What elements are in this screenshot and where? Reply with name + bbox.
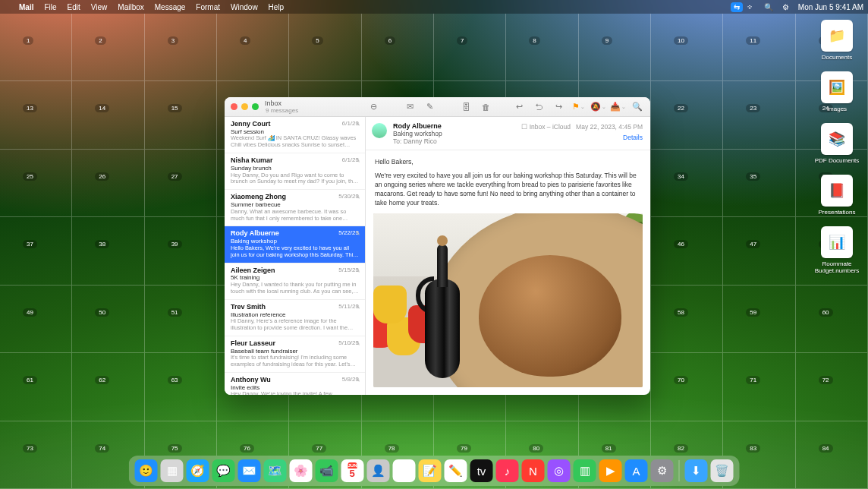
delete-icon[interactable]: 🗑︎ bbox=[479, 100, 492, 114]
row-preview: Danny, What an awesome barbecue. It was … bbox=[231, 209, 359, 222]
dock-photos[interactable]: 🌸 bbox=[290, 459, 313, 482]
message-list[interactable]: ✎6/1/23Jenny CourtSurf sessionWeekend Su… bbox=[225, 117, 366, 395]
draft-indicator-icon: ✎ bbox=[355, 121, 360, 128]
message-row[interactable]: ✎5/8/23Anthony WuInvite editsHey Danny, … bbox=[225, 373, 365, 395]
dock-mail[interactable]: ✉️ bbox=[238, 459, 261, 482]
menubar-clock[interactable]: Mon Jun 5 9:41 AM bbox=[794, 3, 868, 11]
message-row[interactable]: ✎5/15/23Aileen Zeigen5K trainingHey Dann… bbox=[225, 263, 365, 300]
row-from: Aileen Zeigen bbox=[231, 267, 275, 274]
dock-calendar[interactable]: JUN5 bbox=[341, 459, 364, 482]
message-header: Rody Albuerne Baking workshop To: Danny … bbox=[366, 117, 650, 150]
mail-message-count: 9 messages bbox=[266, 107, 298, 114]
message-row[interactable]: ✎6/1/23Jenny CourtSurf sessionWeekend Su… bbox=[225, 117, 365, 153]
row-from: Nisha Kumar bbox=[231, 156, 273, 164]
search-icon[interactable]: 🔍 bbox=[631, 100, 644, 114]
dock-maps[interactable]: 🗺️ bbox=[264, 459, 287, 482]
menu-file[interactable]: File bbox=[39, 3, 61, 11]
dock-news[interactable]: N bbox=[522, 459, 545, 482]
dock-launchpad[interactable]: ▦ bbox=[161, 459, 184, 482]
message-row[interactable]: ✎5/10/23Fleur LasseurBaseball team fundr… bbox=[225, 336, 365, 373]
filter-icon[interactable]: ⊖ bbox=[366, 100, 380, 114]
dock-freeform[interactable]: ✏️ bbox=[445, 459, 467, 482]
spotlight-icon[interactable]: 🔍 bbox=[760, 3, 778, 11]
forward-icon[interactable]: ↪︎ bbox=[552, 100, 565, 114]
menu-view[interactable]: View bbox=[86, 3, 113, 11]
dock-tv[interactable]: tv bbox=[470, 459, 493, 482]
message-paragraph: We're very excited to have you all join … bbox=[375, 172, 641, 208]
draft-indicator-icon: ✎ bbox=[355, 194, 360, 201]
message-greeting: Hello Bakers, bbox=[375, 158, 641, 167]
row-preview: It's time to start fundraising! I'm incl… bbox=[231, 355, 359, 368]
menu-format[interactable]: Format bbox=[190, 3, 225, 11]
file-label: Images bbox=[827, 106, 847, 112]
message-date: May 22, 2023, 4:45 PM bbox=[576, 123, 643, 131]
window-minimize[interactable] bbox=[241, 103, 248, 110]
menu-mailbox[interactable]: Mailbox bbox=[112, 3, 149, 11]
dock-safari[interactable]: 🧭 bbox=[187, 459, 209, 482]
window-close[interactable] bbox=[231, 103, 237, 110]
desktop-item-documents[interactable]: 📁Documents bbox=[810, 20, 863, 61]
move-icon[interactable]: 📥⌄ bbox=[611, 100, 624, 114]
desktop-item-roommate-budget-numbers[interactable]: 📊Roommate Budget.numbers bbox=[810, 226, 863, 274]
draft-indicator-icon: ✎ bbox=[355, 267, 360, 275]
mute-icon[interactable]: 🔕⌄ bbox=[591, 100, 605, 114]
row-preview: Hey Danny, We're loving the invite! A fe… bbox=[231, 391, 359, 395]
message-mailbox: Inbox – iCloud bbox=[530, 123, 571, 131]
dock-downloads[interactable]: ⬇︎ bbox=[685, 459, 708, 482]
wifi-icon[interactable]: ᯤ bbox=[743, 3, 760, 11]
compose-new-icon[interactable]: ✎ bbox=[423, 100, 436, 114]
compose-icon[interactable]: ✉︎ bbox=[403, 100, 417, 114]
dock-messages[interactable]: 💬 bbox=[212, 459, 235, 482]
archive-icon[interactable]: 🗄︎ bbox=[459, 100, 473, 114]
dock-notes[interactable]: 📝 bbox=[419, 459, 442, 482]
reply-all-icon[interactable]: ⮌ bbox=[532, 100, 546, 114]
desktop-item-images[interactable]: 🖼️Images bbox=[810, 71, 863, 112]
file-icon: 📕 bbox=[821, 175, 853, 207]
message-row[interactable]: ✎5/11/23Trev SmithIllustration reference… bbox=[225, 300, 365, 336]
row-subject: Baking workshop bbox=[231, 238, 359, 245]
menu-window[interactable]: Window bbox=[225, 3, 263, 11]
desktop-item-presentations[interactable]: 📕Presentations bbox=[810, 175, 863, 216]
dock-reminders[interactable]: ≣ bbox=[393, 459, 416, 482]
row-subject: Summer barbecue bbox=[231, 201, 359, 209]
message-row[interactable]: ✎5/30/23Xiaomeng ZhongSummer barbecueDan… bbox=[225, 190, 365, 226]
flag-icon[interactable]: ⚑⌄ bbox=[571, 100, 585, 114]
menubar-app-name[interactable]: Mail bbox=[14, 3, 39, 11]
row-subject: 5K training bbox=[231, 274, 359, 282]
file-icon: 📊 bbox=[821, 226, 853, 258]
dock-appstore[interactable]: A bbox=[625, 459, 648, 482]
screen-mirroring-icon[interactable]: ⇆ bbox=[731, 2, 743, 12]
menu-help[interactable]: Help bbox=[263, 3, 290, 11]
dock-numbers[interactable]: ▥ bbox=[574, 459, 596, 482]
file-icon: 📚 bbox=[821, 123, 853, 155]
menu-message[interactable]: Message bbox=[149, 3, 191, 11]
row-from: Fleur Lasseur bbox=[231, 339, 275, 347]
dock-keynote[interactable]: ▶ bbox=[599, 459, 622, 482]
message-to: To: Danny Rico bbox=[393, 137, 643, 145]
draft-indicator-icon: ✎ bbox=[355, 304, 360, 311]
dock-facetime[interactable]: 📹 bbox=[316, 459, 338, 482]
dock-separator bbox=[679, 460, 680, 481]
message-row[interactable]: ✎5/22/23Rody AlbuerneBaking workshopHell… bbox=[225, 226, 365, 263]
window-zoom[interactable] bbox=[252, 103, 259, 110]
desktop-item-pdf-documents[interactable]: 📚PDF Documents bbox=[810, 123, 863, 164]
dock-podcasts[interactable]: ◎ bbox=[548, 459, 571, 482]
row-subject: Illustration reference bbox=[231, 311, 359, 319]
row-from: Rody Albuerne bbox=[231, 229, 279, 237]
details-link[interactable]: Details bbox=[623, 134, 643, 141]
sender-avatar bbox=[372, 123, 387, 138]
row-subject: Invite edits bbox=[231, 384, 359, 392]
dock-finder[interactable]: 🙂 bbox=[135, 459, 158, 482]
message-pane: Rody Albuerne Baking workshop To: Danny … bbox=[366, 117, 650, 395]
file-label: Roommate Budget.numbers bbox=[811, 260, 863, 274]
reply-icon[interactable]: ↩︎ bbox=[512, 100, 526, 114]
inbox-badge-icon: ☐ bbox=[521, 123, 527, 131]
control-center-icon[interactable]: ⚙ bbox=[778, 3, 794, 11]
dock-music[interactable]: ♪ bbox=[496, 459, 519, 482]
dock-contacts[interactable]: 👤 bbox=[367, 459, 390, 482]
row-subject: Baseball team fundraiser bbox=[231, 348, 359, 355]
message-row[interactable]: ✎6/1/23Nisha KumarSunday brunchHey Danny… bbox=[225, 153, 365, 190]
menu-edit[interactable]: Edit bbox=[62, 3, 86, 11]
dock-settings[interactable]: ⚙︎ bbox=[651, 459, 674, 482]
dock-trash[interactable]: 🗑️ bbox=[711, 459, 734, 482]
